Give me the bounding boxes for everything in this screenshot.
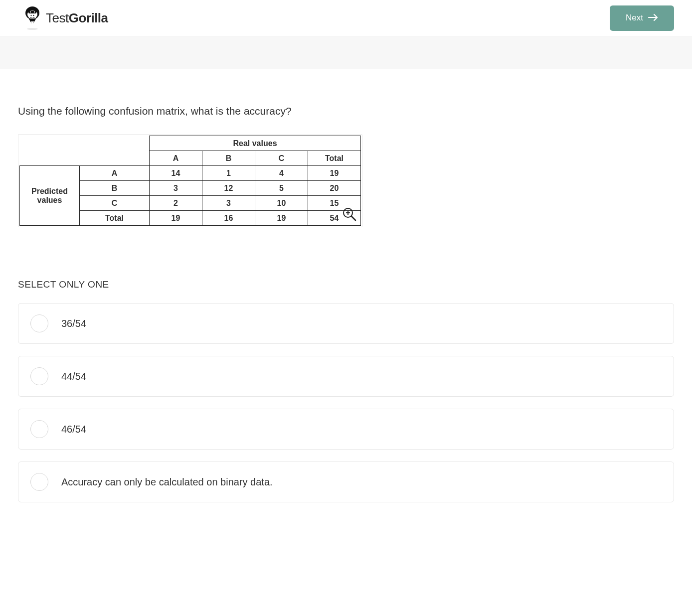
- cell: 19: [150, 211, 202, 226]
- svg-point-3: [30, 11, 31, 12]
- radio-button[interactable]: [30, 314, 48, 332]
- next-button-label: Next: [626, 13, 643, 23]
- confusion-matrix-table: Real values A B C Total Predicted values…: [19, 136, 361, 226]
- cell: 2: [150, 196, 202, 211]
- question-text: Using the following confusion matrix, wh…: [18, 105, 674, 117]
- svg-point-4: [34, 11, 35, 12]
- logo-text: TestGorilla: [46, 10, 108, 26]
- real-values-header: Real values: [150, 136, 361, 151]
- cell: 19: [255, 211, 308, 226]
- row-header-c: C: [80, 196, 150, 211]
- answer-option-2[interactable]: 44/54: [18, 356, 674, 397]
- cell: 16: [202, 211, 255, 226]
- cell: 10: [255, 196, 308, 211]
- cell: 5: [255, 181, 308, 196]
- zoom-in-icon[interactable]: [342, 207, 357, 222]
- answer-option-3[interactable]: 46/54: [18, 409, 674, 450]
- cell: 14: [150, 166, 202, 181]
- sub-header-band: [0, 36, 692, 69]
- svg-point-5: [31, 15, 32, 16]
- confusion-matrix-image[interactable]: Real values A B C Total Predicted values…: [18, 134, 362, 227]
- cell: 19: [308, 166, 361, 181]
- logo-text-bold: Gorilla: [69, 10, 108, 25]
- option-text: 46/54: [61, 424, 86, 435]
- cell: 1: [202, 166, 255, 181]
- logo-text-light: Test: [46, 10, 69, 25]
- row-header-a: A: [80, 166, 150, 181]
- option-text: 36/54: [61, 318, 86, 329]
- row-header-b: B: [80, 181, 150, 196]
- select-only-one-label: SELECT ONLY ONE: [18, 279, 674, 290]
- col-header-c: C: [255, 151, 308, 166]
- radio-button[interactable]: [30, 420, 48, 438]
- radio-button[interactable]: [30, 473, 48, 491]
- option-text: 44/54: [61, 371, 86, 382]
- gorilla-icon: [24, 5, 41, 31]
- answer-option-4[interactable]: Accuracy can only be calculated on binar…: [18, 462, 674, 502]
- col-header-b: B: [202, 151, 255, 166]
- svg-line-9: [351, 216, 355, 220]
- radio-button[interactable]: [30, 367, 48, 385]
- col-header-a: A: [150, 151, 202, 166]
- col-header-total: Total: [308, 151, 361, 166]
- answer-option-1[interactable]: 36/54: [18, 303, 674, 344]
- svg-point-6: [33, 15, 34, 16]
- logo: TestGorilla: [24, 5, 108, 31]
- cell: 3: [150, 181, 202, 196]
- svg-point-7: [27, 28, 38, 30]
- arrow-right-icon: [648, 12, 658, 24]
- cell: 4: [255, 166, 308, 181]
- option-text: Accuracy can only be calculated on binar…: [61, 476, 273, 488]
- cell: 3: [202, 196, 255, 211]
- svg-rect-2: [28, 10, 36, 13]
- predicted-values-header: Predicted values: [20, 166, 80, 226]
- next-button[interactable]: Next: [610, 5, 674, 31]
- cell: 12: [202, 181, 255, 196]
- row-header-total: Total: [80, 211, 150, 226]
- cell: 20: [308, 181, 361, 196]
